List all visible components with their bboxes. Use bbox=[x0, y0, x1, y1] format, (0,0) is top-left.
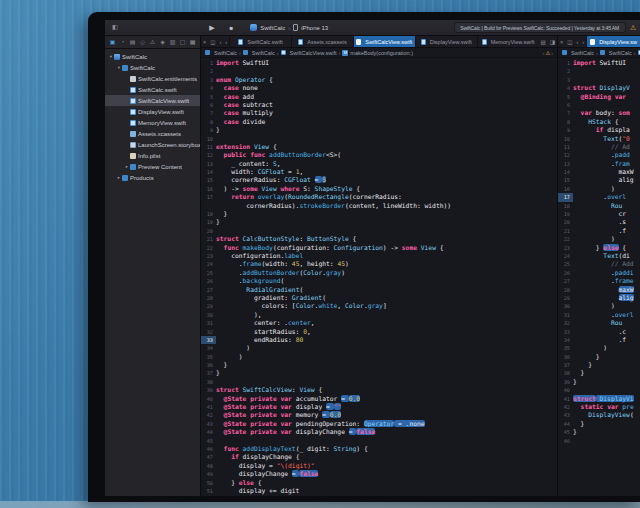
sidebar-item-preview-content[interactable]: ▸Preview Content bbox=[105, 161, 200, 172]
debug-navigator-icon[interactable]: ▥ bbox=[168, 39, 177, 45]
sidebar-item-memoryview-swift[interactable]: MemoryView.swift bbox=[105, 117, 200, 128]
code-line: 46 bbox=[558, 437, 640, 445]
run-button[interactable]: ▶ bbox=[209, 24, 214, 31]
code-text: if displa bbox=[573, 126, 640, 134]
code-line: 16 ) -> some View where S: ShapeStyle { bbox=[201, 185, 557, 193]
line-number: 24 bbox=[201, 260, 216, 268]
activity-view[interactable]: SwiftCalc | Build for Previews SwiftCalc… bbox=[454, 22, 626, 33]
prev-issue-icon[interactable]: ‹ bbox=[543, 50, 545, 56]
line-number: 21 bbox=[558, 227, 573, 235]
breadcrumb-item[interactable]: SwiftCalc bbox=[252, 50, 275, 56]
warning-icon[interactable]: ⚠ bbox=[630, 24, 636, 32]
code-line: 29 alig bbox=[558, 294, 640, 302]
breadcrumb-item[interactable]: SwiftCalcView.swift bbox=[290, 50, 337, 56]
project-navigator-icon[interactable]: ▣ bbox=[108, 39, 117, 45]
line-number bbox=[201, 202, 216, 210]
code-text: // Add bbox=[573, 260, 640, 268]
tab-label: DisplayView.swift bbox=[430, 39, 472, 45]
code-line: 4 case none bbox=[201, 84, 557, 92]
code-line: 15 alig bbox=[558, 176, 640, 184]
code-text: ) bbox=[216, 344, 557, 352]
code-line: 20 .s bbox=[558, 218, 640, 226]
code-line: 13 .fram bbox=[558, 160, 640, 168]
code-text: .s bbox=[573, 218, 640, 226]
line-number: 16 bbox=[558, 185, 573, 193]
sidebar-item-label: SwiftCalcView.swift bbox=[138, 98, 189, 104]
editor-tab[interactable]: Assets.xcassets bbox=[291, 36, 353, 47]
breadcrumb-item[interactable]: makeBody(configuration:) bbox=[350, 50, 413, 56]
sidebar-item-assets-xcassets[interactable]: Assets.xcassets bbox=[105, 128, 200, 139]
code-text: configuration.label bbox=[216, 252, 557, 260]
code-text bbox=[216, 437, 557, 445]
sidebar-item-swiftcalc[interactable]: ▾SwiftCalc bbox=[105, 62, 200, 73]
code-line: 12 public func addButtonBorder<S>( bbox=[201, 151, 557, 159]
sidebar-toggle-icon[interactable]: ◧ bbox=[112, 24, 118, 31]
test-navigator-icon[interactable]: ◈ bbox=[158, 39, 167, 45]
line-number: 32 bbox=[201, 328, 216, 336]
code-text: ) bbox=[573, 235, 640, 243]
code-text: Rou bbox=[573, 202, 640, 210]
code-line: 25 .addButtonBorder(Color.gray) bbox=[201, 269, 557, 277]
close-split-icon[interactable]: × bbox=[558, 36, 565, 47]
code-text bbox=[216, 67, 557, 75]
code-text: case subtract bbox=[216, 101, 557, 109]
editor-tab[interactable]: SwiftCalc.swift bbox=[229, 36, 291, 47]
sidebar-item-swiftcalc-entitlements[interactable]: SwiftCalc.entitlements bbox=[105, 73, 200, 84]
issue-navigator-icon[interactable]: ⚠ bbox=[148, 39, 157, 45]
issue-stepper[interactable]: ‹⚠› bbox=[543, 50, 553, 56]
code-line: 28 maxW bbox=[558, 286, 640, 294]
sidebar-item-products[interactable]: ▸Products bbox=[105, 172, 200, 183]
code-line: 50 } else { bbox=[201, 479, 557, 487]
line-number: 34 bbox=[201, 344, 216, 352]
code-line: 8 case divide bbox=[201, 118, 557, 126]
source-control-navigator-icon[interactable]: ◔ bbox=[118, 39, 127, 45]
adjust-editor-icon[interactable]: ◨ bbox=[548, 36, 557, 47]
line-number: 38 bbox=[201, 378, 216, 386]
editor-tab[interactable]: SwiftCalcView.swift bbox=[353, 36, 415, 47]
symbol-navigator-icon[interactable]: ▤ bbox=[128, 39, 137, 45]
sidebar-item-displayview-swift[interactable]: DisplayView.swift bbox=[105, 106, 200, 117]
line-number: 29 bbox=[201, 302, 216, 310]
right-code-area[interactable]: 1import SwiftUI234struct DisplayV5 @Bind… bbox=[558, 58, 640, 496]
code-line: 43 @State private var pendingOperation: … bbox=[201, 420, 557, 428]
code-text: import SwiftUI bbox=[216, 59, 557, 67]
sidebar-item-swiftcalc-swift[interactable]: SwiftCalc.swift bbox=[105, 84, 200, 95]
breadcrumb-item[interactable]: SwiftCalc bbox=[609, 50, 632, 56]
file-swift-icon bbox=[130, 109, 136, 115]
sidebar-item-label: Products bbox=[130, 175, 154, 181]
split-editor-icon[interactable]: ◫ bbox=[565, 36, 574, 47]
sidebar-item-swiftcalc[interactable]: ▾SwiftCalc bbox=[105, 51, 200, 62]
code-line: 32 Rou bbox=[558, 319, 640, 327]
breadcrumb-item[interactable]: SwiftCalc bbox=[214, 50, 237, 56]
report-navigator-icon[interactable]: ▦ bbox=[188, 39, 197, 45]
code-text: extension View { bbox=[216, 143, 557, 151]
find-navigator-icon[interactable]: ◇ bbox=[138, 39, 147, 45]
sidebar-item-swiftcalcview-swift[interactable]: SwiftCalcView.swift bbox=[105, 95, 200, 106]
code-text: ) bbox=[573, 344, 640, 352]
breakpoint-navigator-icon[interactable]: ▢ bbox=[178, 39, 187, 45]
split-editor-icon[interactable]: ◫ bbox=[208, 36, 217, 47]
next-issue-icon[interactable]: › bbox=[551, 50, 553, 56]
close-split-icon[interactable]: × bbox=[201, 36, 208, 47]
editor-list-icon[interactable]: ▤ bbox=[539, 36, 548, 47]
code-line: 46 func addDisplayText(_ digit: String) … bbox=[201, 445, 557, 453]
code-text: @State private var memory = 0.0 bbox=[216, 411, 557, 419]
code-line: 1import SwiftUI bbox=[201, 59, 557, 67]
stop-button[interactable]: ■ bbox=[230, 25, 234, 31]
breadcrumb-item[interactable]: SwiftCalc bbox=[571, 50, 594, 56]
main-code-area[interactable]: 1import SwiftUI23enum Operator {4 case n… bbox=[201, 58, 557, 496]
code-text: } bbox=[216, 126, 557, 134]
code-line: 4struct DisplayV bbox=[558, 84, 640, 92]
sidebar-item-launchscreen-storyboard[interactable]: LaunchScreen.storyboard bbox=[105, 139, 200, 150]
editor-tab[interactable]: DisplayView.swift bbox=[415, 36, 477, 47]
editor-tab[interactable]: MemoryView.swift bbox=[477, 36, 539, 47]
sidebar-item-label: SwiftCalc bbox=[130, 65, 155, 71]
main-editor: ×◫‹›SwiftCalc.swiftAssets.xcassetsSwiftC… bbox=[201, 36, 557, 496]
code-line: 25 // Add bbox=[558, 260, 640, 268]
editor-tab[interactable]: DisplayView.sw bbox=[586, 36, 640, 47]
code-line: 14 maxW bbox=[558, 168, 640, 176]
code-text: struct SwiftCalcView: View { bbox=[216, 386, 557, 394]
scheme-selector[interactable]: SwiftCalc › iPhone 13 bbox=[250, 24, 328, 31]
sidebar-item-info-plist[interactable]: Info.plist bbox=[105, 150, 200, 161]
code-text: ) bbox=[573, 302, 640, 310]
